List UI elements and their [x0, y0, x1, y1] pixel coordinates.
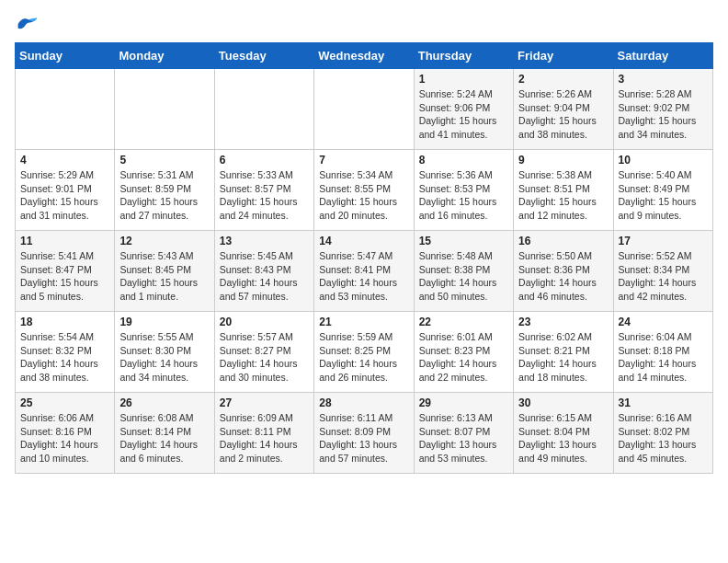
- calendar-cell: 27Sunrise: 6:09 AM Sunset: 8:11 PM Dayli…: [214, 393, 313, 474]
- column-header-friday: Friday: [514, 43, 613, 69]
- column-header-monday: Monday: [115, 43, 214, 69]
- day-info: Sunrise: 5:48 AM Sunset: 8:38 PM Dayligh…: [419, 249, 508, 304]
- day-number: 21: [319, 316, 408, 328]
- day-number: 28: [319, 396, 408, 409]
- day-number: 27: [220, 396, 309, 409]
- day-number: 23: [518, 316, 608, 328]
- calendar-week-row: 1Sunrise: 5:24 AM Sunset: 9:06 PM Daylig…: [16, 69, 713, 150]
- day-info: Sunrise: 6:13 AM Sunset: 8:07 PM Dayligh…: [419, 411, 508, 465]
- day-number: 19: [119, 316, 209, 328]
- day-info: Sunrise: 5:41 AM Sunset: 8:47 PM Dayligh…: [20, 249, 109, 304]
- day-info: Sunrise: 6:16 AM Sunset: 8:02 PM Dayligh…: [619, 411, 708, 465]
- day-number: 20: [220, 316, 309, 328]
- calendar-cell: 31Sunrise: 6:16 AM Sunset: 8:02 PM Dayli…: [613, 393, 712, 474]
- day-number: 2: [518, 73, 608, 86]
- day-number: 9: [518, 154, 608, 167]
- day-info: Sunrise: 6:11 AM Sunset: 8:09 PM Dayligh…: [319, 411, 408, 465]
- day-info: Sunrise: 6:02 AM Sunset: 8:21 PM Dayligh…: [518, 330, 608, 385]
- day-number: 3: [619, 73, 708, 86]
- calendar-cell: 21Sunrise: 5:59 AM Sunset: 8:25 PM Dayli…: [314, 312, 414, 393]
- calendar-cell: 5Sunrise: 5:31 AM Sunset: 8:59 PM Daylig…: [115, 150, 214, 231]
- calendar-cell: 10Sunrise: 5:40 AM Sunset: 8:49 PM Dayli…: [613, 150, 712, 231]
- calendar-header-row: SundayMondayTuesdayWednesdayThursdayFrid…: [16, 43, 713, 69]
- calendar-week-row: 18Sunrise: 5:54 AM Sunset: 8:32 PM Dayli…: [16, 312, 713, 393]
- calendar-cell: [115, 69, 214, 150]
- day-info: Sunrise: 5:38 AM Sunset: 8:51 PM Dayligh…: [518, 168, 608, 223]
- day-number: 30: [518, 396, 608, 409]
- logo: [15, 15, 39, 33]
- calendar-week-row: 25Sunrise: 6:06 AM Sunset: 8:16 PM Dayli…: [16, 393, 713, 474]
- day-number: 1: [419, 73, 508, 86]
- column-header-tuesday: Tuesday: [214, 43, 313, 69]
- column-header-wednesday: Wednesday: [314, 43, 414, 69]
- calendar-cell: 2Sunrise: 5:26 AM Sunset: 9:04 PM Daylig…: [514, 69, 613, 150]
- logo-bird-icon: [17, 15, 39, 33]
- calendar-week-row: 4Sunrise: 5:29 AM Sunset: 9:01 PM Daylig…: [16, 150, 713, 231]
- day-number: 31: [619, 396, 708, 409]
- calendar-cell: 18Sunrise: 5:54 AM Sunset: 8:32 PM Dayli…: [16, 312, 115, 393]
- day-number: 22: [419, 316, 508, 328]
- calendar-cell: 20Sunrise: 5:57 AM Sunset: 8:27 PM Dayli…: [214, 312, 313, 393]
- calendar-cell: 14Sunrise: 5:47 AM Sunset: 8:41 PM Dayli…: [314, 231, 414, 312]
- day-info: Sunrise: 5:29 AM Sunset: 9:01 PM Dayligh…: [20, 168, 109, 223]
- day-info: Sunrise: 5:33 AM Sunset: 8:57 PM Dayligh…: [220, 168, 309, 223]
- day-info: Sunrise: 5:36 AM Sunset: 8:53 PM Dayligh…: [419, 168, 508, 223]
- day-info: Sunrise: 6:04 AM Sunset: 8:18 PM Dayligh…: [619, 330, 708, 385]
- calendar-cell: 25Sunrise: 6:06 AM Sunset: 8:16 PM Dayli…: [16, 393, 115, 474]
- calendar-cell: 19Sunrise: 5:55 AM Sunset: 8:30 PM Dayli…: [115, 312, 214, 393]
- calendar-cell: 8Sunrise: 5:36 AM Sunset: 8:53 PM Daylig…: [414, 150, 513, 231]
- calendar-cell: 9Sunrise: 5:38 AM Sunset: 8:51 PM Daylig…: [514, 150, 613, 231]
- calendar-cell: [16, 69, 115, 150]
- calendar-cell: 30Sunrise: 6:15 AM Sunset: 8:04 PM Dayli…: [514, 393, 613, 474]
- calendar-cell: 7Sunrise: 5:34 AM Sunset: 8:55 PM Daylig…: [314, 150, 414, 231]
- calendar-cell: 12Sunrise: 5:43 AM Sunset: 8:45 PM Dayli…: [115, 231, 214, 312]
- calendar-week-row: 11Sunrise: 5:41 AM Sunset: 8:47 PM Dayli…: [16, 231, 713, 312]
- page-header: [15, 15, 713, 33]
- day-number: 16: [518, 235, 608, 247]
- day-info: Sunrise: 5:59 AM Sunset: 8:25 PM Dayligh…: [319, 330, 408, 385]
- day-info: Sunrise: 5:40 AM Sunset: 8:49 PM Dayligh…: [619, 168, 708, 223]
- day-info: Sunrise: 5:26 AM Sunset: 9:04 PM Dayligh…: [518, 87, 608, 142]
- calendar-cell: 22Sunrise: 6:01 AM Sunset: 8:23 PM Dayli…: [414, 312, 513, 393]
- day-number: 15: [419, 235, 508, 247]
- calendar-cell: 29Sunrise: 6:13 AM Sunset: 8:07 PM Dayli…: [414, 393, 513, 474]
- calendar-cell: 28Sunrise: 6:11 AM Sunset: 8:09 PM Dayli…: [314, 393, 414, 474]
- day-number: 8: [419, 154, 508, 167]
- calendar-cell: [214, 69, 313, 150]
- day-number: 11: [20, 235, 109, 247]
- day-number: 25: [20, 396, 109, 409]
- day-info: Sunrise: 5:50 AM Sunset: 8:36 PM Dayligh…: [518, 249, 608, 304]
- day-info: Sunrise: 6:06 AM Sunset: 8:16 PM Dayligh…: [20, 411, 109, 465]
- day-info: Sunrise: 5:54 AM Sunset: 8:32 PM Dayligh…: [20, 330, 109, 385]
- column-header-saturday: Saturday: [613, 43, 712, 69]
- day-number: 18: [20, 316, 109, 328]
- day-number: 29: [419, 396, 508, 409]
- calendar-cell: 13Sunrise: 5:45 AM Sunset: 8:43 PM Dayli…: [214, 231, 313, 312]
- day-info: Sunrise: 6:01 AM Sunset: 8:23 PM Dayligh…: [419, 330, 508, 385]
- calendar-cell: 16Sunrise: 5:50 AM Sunset: 8:36 PM Dayli…: [514, 231, 613, 312]
- calendar-cell: 1Sunrise: 5:24 AM Sunset: 9:06 PM Daylig…: [414, 69, 513, 150]
- calendar-cell: 4Sunrise: 5:29 AM Sunset: 9:01 PM Daylig…: [16, 150, 115, 231]
- day-number: 14: [319, 235, 408, 247]
- day-number: 10: [619, 154, 708, 167]
- calendar-cell: 26Sunrise: 6:08 AM Sunset: 8:14 PM Dayli…: [115, 393, 214, 474]
- calendar-cell: 11Sunrise: 5:41 AM Sunset: 8:47 PM Dayli…: [16, 231, 115, 312]
- column-header-sunday: Sunday: [16, 43, 115, 69]
- day-number: 5: [119, 154, 209, 167]
- day-number: 24: [619, 316, 708, 328]
- calendar-cell: 3Sunrise: 5:28 AM Sunset: 9:02 PM Daylig…: [613, 69, 712, 150]
- day-info: Sunrise: 5:45 AM Sunset: 8:43 PM Dayligh…: [220, 249, 309, 304]
- day-info: Sunrise: 5:28 AM Sunset: 9:02 PM Dayligh…: [619, 87, 708, 142]
- day-number: 26: [119, 396, 209, 409]
- day-info: Sunrise: 5:55 AM Sunset: 8:30 PM Dayligh…: [119, 330, 209, 385]
- day-number: 13: [220, 235, 309, 247]
- day-info: Sunrise: 5:34 AM Sunset: 8:55 PM Dayligh…: [319, 168, 408, 223]
- day-info: Sunrise: 5:52 AM Sunset: 8:34 PM Dayligh…: [619, 249, 708, 304]
- column-header-thursday: Thursday: [414, 43, 513, 69]
- day-info: Sunrise: 6:09 AM Sunset: 8:11 PM Dayligh…: [220, 411, 309, 465]
- calendar-cell: 6Sunrise: 5:33 AM Sunset: 8:57 PM Daylig…: [214, 150, 313, 231]
- day-info: Sunrise: 6:15 AM Sunset: 8:04 PM Dayligh…: [518, 411, 608, 465]
- day-info: Sunrise: 6:08 AM Sunset: 8:14 PM Dayligh…: [119, 411, 209, 465]
- calendar-cell: 24Sunrise: 6:04 AM Sunset: 8:18 PM Dayli…: [613, 312, 712, 393]
- day-number: 7: [319, 154, 408, 167]
